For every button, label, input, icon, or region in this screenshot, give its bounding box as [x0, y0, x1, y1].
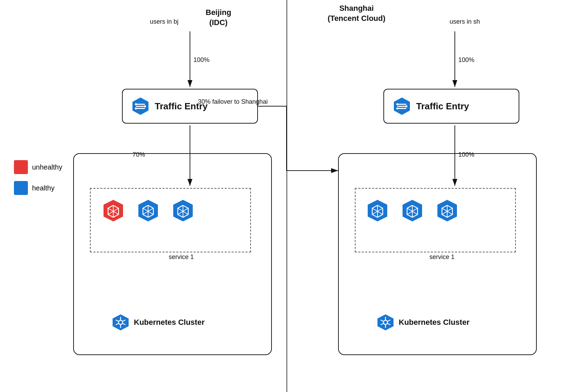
beijing-pod-3-healthy	[171, 198, 195, 223]
beijing-traffic-entry-icon	[131, 97, 150, 116]
svg-rect-2	[136, 106, 145, 107]
beijing-traffic-entry-label: Traffic Entry	[155, 101, 208, 112]
shanghai-traffic-entry: Traffic Entry	[383, 89, 519, 124]
shanghai-region-label: Shanghai (Tencent Cloud)	[328, 3, 385, 23]
svg-marker-44	[113, 314, 129, 330]
legend-unhealthy-box	[14, 160, 28, 174]
sh-user-pct-label: 100%	[458, 56, 474, 63]
svg-point-6	[135, 108, 137, 110]
svg-rect-1	[136, 104, 145, 105]
beijing-pod-2-healthy	[136, 198, 160, 223]
svg-point-12	[405, 105, 407, 108]
beijing-pod-1-unhealthy	[101, 198, 125, 223]
svg-rect-8	[397, 104, 406, 105]
svg-point-13	[396, 108, 398, 110]
legend-healthy-box	[14, 181, 28, 195]
svg-point-4	[135, 103, 137, 105]
svg-point-5	[144, 105, 146, 108]
shanghai-traffic-entry-label: Traffic Entry	[416, 101, 469, 112]
shanghai-k8s-label: Kubernetes Cluster	[376, 313, 469, 331]
beijing-region-label: Beijing (IDC)	[206, 8, 231, 28]
svg-rect-3	[136, 108, 145, 109]
beijing-user-label: users in bj	[150, 18, 178, 25]
shanghai-user-label: users in sh	[450, 18, 480, 25]
shanghai-service-label: service 1	[407, 253, 477, 261]
shanghai-pod-3-healthy	[435, 198, 459, 223]
legend: unhealthy healthy	[14, 160, 62, 195]
shanghai-pod-1-healthy	[365, 198, 390, 223]
legend-healthy-label: healthy	[32, 184, 55, 192]
svg-rect-9	[397, 106, 406, 107]
bj-user-pct-label: 100%	[193, 56, 209, 63]
svg-marker-52	[377, 314, 394, 330]
svg-point-11	[396, 103, 398, 105]
legend-unhealthy-label: unhealthy	[32, 163, 62, 171]
beijing-service-label: service 1	[146, 253, 216, 261]
beijing-traffic-entry: Traffic Entry	[122, 89, 258, 124]
shanghai-traffic-entry-icon	[392, 97, 411, 116]
divider-vertical	[286, 0, 287, 392]
beijing-k8s-icon	[112, 313, 130, 331]
svg-rect-10	[397, 108, 406, 109]
shanghai-k8s-icon	[376, 313, 395, 331]
beijing-k8s-label: Kubernetes Cluster	[112, 313, 205, 331]
legend-healthy: healthy	[14, 181, 62, 195]
diagram-container: Beijing (IDC) Shanghai (Tencent Cloud) u…	[0, 0, 573, 392]
legend-unhealthy: unhealthy	[14, 160, 62, 174]
shanghai-pod-2-healthy	[400, 198, 425, 223]
